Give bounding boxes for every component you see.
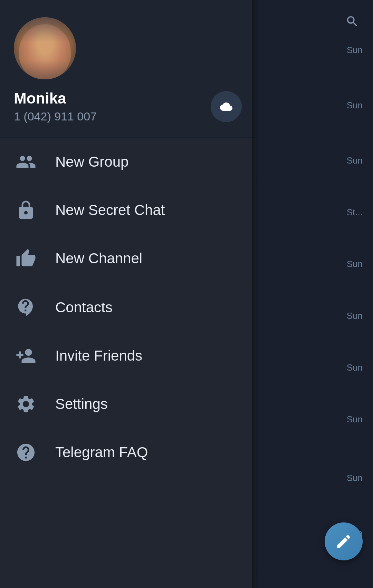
chat-list-panel: Sun Sun Sun St... Sun Sun Sun Sun Sun Su… [254,0,373,588]
chat-time-9: Sun [347,473,363,483]
chat-time-1: Sun [347,45,363,56]
menu-list: New Group New Secret Chat New Channel [0,138,256,588]
chat-time-5: Sun [347,259,363,270]
menu-item-telegram-faq[interactable]: Telegram FAQ [0,428,256,477]
user-info: Monika 1 (042) 911 007 [14,90,211,123]
sidebar-shadow [252,0,259,588]
user-phone: 1 (042) 911 007 [14,110,211,123]
chat-time-2: Sun [347,100,363,111]
lock-icon [14,198,38,222]
sidebar-drawer: Monika 1 (042) 911 007 New Group [0,0,256,588]
menu-item-invite-friends[interactable]: Invite Friends [0,332,256,380]
avatar [14,17,76,79]
chat-time-8: Sun [347,414,363,425]
menu-item-settings[interactable]: Settings [0,380,256,428]
compose-button[interactable] [325,522,363,560]
contacts-label: Contacts [55,299,113,316]
menu-item-contacts[interactable]: Contacts [0,283,256,332]
avatar-container [14,17,76,79]
menu-item-new-channel[interactable]: New Channel [0,234,256,283]
chat-time-4: St... [347,207,363,218]
new-group-label: New Group [55,154,128,170]
new-channel-label: New Channel [55,250,142,267]
new-secret-chat-label: New Secret Chat [55,202,165,218]
add-person-icon [14,344,38,368]
people-icon [14,150,38,174]
user-name: Monika [14,90,211,107]
chat-time-3: Sun [347,155,363,166]
channel-icon [14,246,38,271]
cloud-icon [218,100,235,113]
settings-icon [14,392,38,416]
chat-time-7: Sun [347,362,363,373]
sidebar-header: Monika 1 (042) 911 007 [0,0,256,137]
cloud-button[interactable] [211,91,242,122]
compose-icon [335,533,352,550]
menu-item-new-secret-chat[interactable]: New Secret Chat [0,186,256,234]
user-info-row: Monika 1 (042) 911 007 [14,90,242,123]
invite-friends-label: Invite Friends [55,347,142,364]
help-icon [14,440,38,464]
chat-time-6: Sun [347,311,363,321]
menu-item-new-group[interactable]: New Group [0,138,256,186]
telegram-faq-label: Telegram FAQ [55,444,148,461]
contact-icon [14,295,38,320]
settings-label: Settings [55,396,108,412]
search-icon[interactable] [345,14,359,31]
